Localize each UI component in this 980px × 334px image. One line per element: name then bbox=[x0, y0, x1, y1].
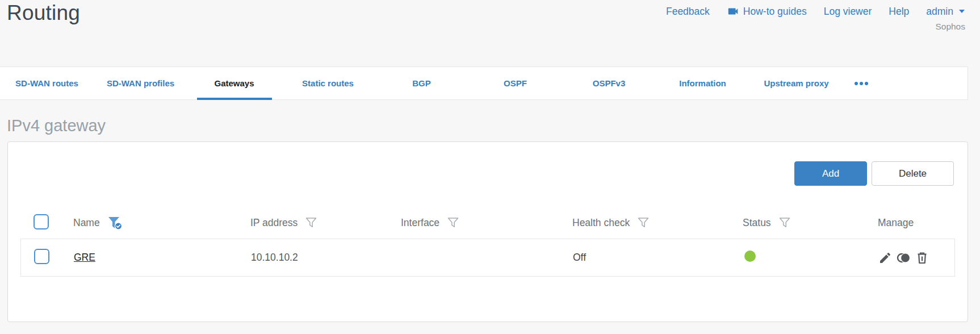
brand-label: Sophos bbox=[666, 22, 965, 32]
tab-static-routes[interactable]: Static routes bbox=[281, 67, 375, 99]
tab-ospf[interactable]: OSPF bbox=[468, 67, 562, 99]
admin-menu-label: admin bbox=[926, 6, 953, 18]
ipv4-gateway-card: Add Delete Name IP address Interface bbox=[7, 141, 968, 322]
column-header-manage: Manage bbox=[878, 217, 955, 229]
active-tab-underline bbox=[197, 98, 272, 100]
tabbar-wrap: SD-WAN routes SD-WAN profiles Gateways S… bbox=[0, 66, 980, 100]
caret-down-icon bbox=[958, 9, 965, 14]
cell-health-check: Off bbox=[573, 252, 743, 264]
tab-static-routes-label: Static routes bbox=[302, 78, 354, 88]
delete-button[interactable]: Delete bbox=[872, 161, 954, 186]
help-label: Help bbox=[889, 6, 909, 18]
column-status-label: Status bbox=[743, 217, 771, 229]
status-up-indicator bbox=[744, 250, 756, 262]
tab-sd-wan-routes-label: SD-WAN routes bbox=[15, 78, 78, 88]
feedback-link[interactable]: Feedback bbox=[666, 6, 710, 18]
column-header-interface: Interface bbox=[401, 216, 572, 229]
tabs-overflow-button[interactable] bbox=[843, 67, 880, 99]
row-checkbox[interactable] bbox=[34, 249, 49, 264]
tab-ospfv3-label: OSPFv3 bbox=[593, 78, 626, 88]
column-header-ip-address: IP address bbox=[250, 216, 401, 229]
row-checkbox-cell bbox=[21, 249, 74, 266]
page-title: Routing bbox=[7, 0, 80, 66]
table-header-row: Name IP address Interface Health check bbox=[20, 207, 955, 239]
clone-icon bbox=[896, 251, 911, 265]
clone-button[interactable] bbox=[896, 251, 911, 265]
select-all-checkbox[interactable] bbox=[33, 214, 49, 229]
cell-manage bbox=[878, 251, 954, 265]
pencil-icon bbox=[878, 251, 892, 265]
tab-upstream-proxy[interactable]: Upstream proxy bbox=[749, 67, 843, 99]
tab-bgp-label: BGP bbox=[412, 78, 431, 88]
section-title: IPv4 gateway bbox=[7, 116, 980, 135]
tab-information[interactable]: Information bbox=[656, 67, 749, 99]
help-link[interactable]: Help bbox=[889, 6, 909, 18]
header-links: Feedback How-to guides Log viewer Help a… bbox=[666, 5, 965, 18]
video-camera-icon bbox=[727, 5, 739, 18]
admin-menu[interactable]: admin bbox=[926, 6, 965, 18]
ellipsis-icon bbox=[865, 82, 868, 85]
column-header-status: Status bbox=[743, 216, 878, 229]
tab-bgp[interactable]: BGP bbox=[375, 67, 468, 99]
filter-icon[interactable] bbox=[447, 216, 459, 229]
column-name-label: Name bbox=[73, 217, 100, 229]
cell-name: GRE bbox=[74, 252, 251, 264]
edit-button[interactable] bbox=[878, 251, 892, 265]
column-manage-label: Manage bbox=[878, 217, 914, 229]
feedback-link-label: Feedback bbox=[666, 6, 710, 18]
trash-icon bbox=[915, 251, 929, 265]
tab-information-label: Information bbox=[679, 78, 726, 88]
column-header-name: Name bbox=[73, 215, 250, 230]
header-right: Feedback How-to guides Log viewer Help a… bbox=[666, 0, 965, 66]
filter-icon[interactable] bbox=[305, 216, 317, 229]
column-health-label: Health check bbox=[572, 217, 630, 229]
log-viewer-label: Log viewer bbox=[824, 6, 872, 18]
filter-icon[interactable] bbox=[778, 216, 791, 229]
routing-tabs: SD-WAN routes SD-WAN profiles Gateways S… bbox=[0, 66, 968, 100]
filter-active-icon[interactable] bbox=[107, 215, 123, 230]
table-row: GRE 10.10.10.2 Off bbox=[20, 239, 955, 277]
tab-sd-wan-profiles[interactable]: SD-WAN profiles bbox=[94, 67, 187, 99]
filter-icon[interactable] bbox=[637, 216, 650, 229]
tab-sd-wan-profiles-label: SD-WAN profiles bbox=[107, 78, 174, 88]
delete-row-button[interactable] bbox=[915, 251, 929, 265]
tab-gateways-label: Gateways bbox=[214, 78, 254, 88]
top-header: Routing Feedback How-to guides Log viewe… bbox=[0, 0, 980, 66]
header-checkbox-cell bbox=[20, 214, 73, 232]
column-ip-label: IP address bbox=[250, 217, 298, 229]
how-to-guides-label: How-to guides bbox=[743, 6, 807, 18]
tab-ospfv3[interactable]: OSPFv3 bbox=[562, 67, 656, 99]
add-button[interactable]: Add bbox=[794, 161, 867, 186]
tab-ospf-label: OSPF bbox=[504, 78, 527, 88]
ellipsis-icon bbox=[855, 82, 858, 85]
ellipsis-icon bbox=[860, 82, 863, 85]
log-viewer-link[interactable]: Log viewer bbox=[824, 6, 872, 18]
column-interface-label: Interface bbox=[401, 217, 439, 229]
tab-sd-wan-routes[interactable]: SD-WAN routes bbox=[0, 67, 94, 99]
gateway-name-link[interactable]: GRE bbox=[74, 252, 95, 263]
cell-ip-address: 10.10.10.2 bbox=[251, 252, 401, 264]
column-header-health-check: Health check bbox=[572, 216, 743, 229]
cell-status bbox=[743, 250, 878, 265]
table-actions: Add Delete bbox=[794, 161, 954, 186]
how-to-guides-link[interactable]: How-to guides bbox=[727, 5, 807, 18]
tab-gateways[interactable]: Gateways bbox=[187, 67, 281, 99]
tab-upstream-proxy-label: Upstream proxy bbox=[764, 78, 828, 88]
